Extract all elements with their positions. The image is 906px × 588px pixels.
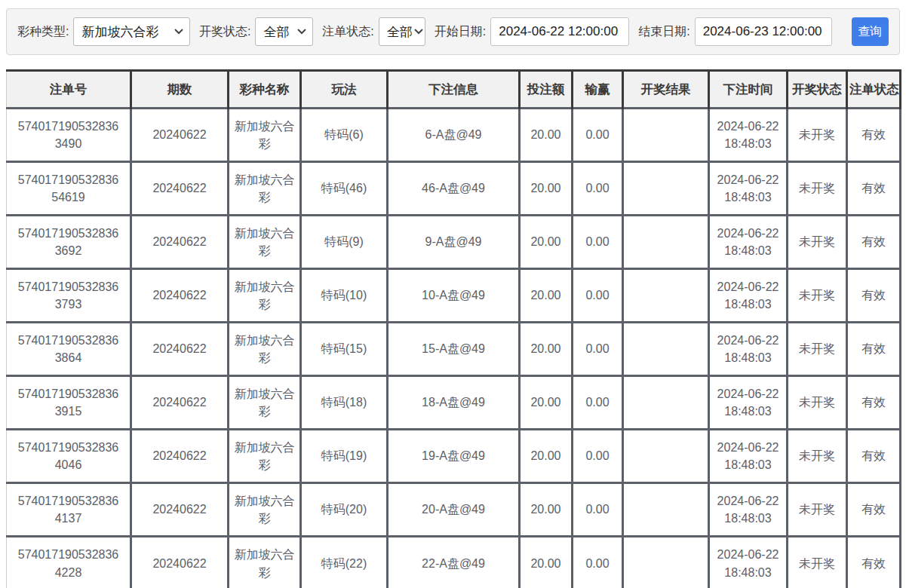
col-header-play-type: 玩法	[301, 71, 388, 109]
cell-draw-status: 未开奖	[788, 323, 847, 376]
cell-bet-info: 46-A盘@49	[388, 162, 520, 216]
cell-lottery-name: 新加坡六合彩	[229, 537, 301, 588]
cell-bet-status: 有效	[847, 216, 901, 269]
table-row: 5740171905328365461920240622新加坡六合彩特码(46)…	[7, 162, 901, 216]
cell-bet-amount: 20.00	[520, 430, 573, 483]
cell-draw-status: 未开奖	[788, 430, 847, 483]
bet-records-table: 注单号 期数 彩种名称 玩法 下注信息 投注额 输赢 开奖结果 下注时间 开奖状…	[6, 69, 901, 588]
cell-lottery-name: 新加坡六合彩	[229, 216, 301, 269]
cell-bet-time: 2024-06-22 18:48:03	[709, 376, 788, 430]
cell-play-type: 特码(18)	[301, 376, 388, 430]
cell-bet-info: 15-A盘@49	[388, 323, 520, 376]
cell-bet-amount: 20.00	[520, 109, 573, 162]
cell-play-type: 特码(10)	[301, 269, 388, 323]
table-row: 574017190532836404620240622新加坡六合彩特码(19)1…	[7, 430, 901, 483]
chevron-down-icon	[414, 29, 423, 35]
col-header-win-loss: 输赢	[573, 71, 623, 109]
table-row: 574017190532836379320240622新加坡六合彩特码(10)1…	[7, 269, 901, 323]
table-row: 574017190532836369220240622新加坡六合彩特码(9)9-…	[7, 216, 901, 269]
cell-bet-status: 有效	[847, 269, 901, 323]
cell-draw-status: 未开奖	[788, 162, 847, 216]
cell-bet-status: 有效	[847, 376, 901, 430]
bet-status-label: 注单状态:	[322, 24, 373, 40]
cell-bet-time: 2024-06-22 18:48:03	[709, 323, 788, 376]
chevron-down-icon	[297, 29, 306, 35]
cell-bet-info: 22-A盘@49	[388, 537, 520, 588]
cell-bet-time: 2024-06-22 18:48:03	[709, 216, 788, 269]
lottery-type-label: 彩种类型:	[17, 24, 69, 40]
lottery-type-select[interactable]: 新加坡六合彩	[73, 17, 190, 46]
cell-lottery-name: 新加坡六合彩	[229, 269, 301, 323]
cell-draw-status: 未开奖	[788, 109, 847, 162]
cell-draw-status: 未开奖	[788, 269, 847, 323]
filter-bar: 彩种类型: 新加坡六合彩 开奖状态: 全部 注单状态: 全部 开始日期: 结束日…	[6, 8, 900, 55]
draw-status-label: 开奖状态:	[199, 24, 250, 40]
bet-status-value: 全部	[387, 23, 413, 41]
cell-draw-result	[623, 483, 709, 537]
cell-lottery-name: 新加坡六合彩	[229, 109, 301, 162]
lottery-type-value: 新加坡六合彩	[81, 23, 158, 41]
cell-bet-id: 5740171905328364137	[7, 483, 131, 537]
table-row: 574017190532836386420240622新加坡六合彩特码(15)1…	[7, 323, 901, 376]
cell-draw-result	[623, 109, 709, 162]
cell-win-loss: 0.00	[573, 376, 623, 430]
start-date-input[interactable]	[490, 17, 629, 46]
cell-bet-time: 2024-06-22 18:48:03	[709, 269, 788, 323]
query-button[interactable]: 查询	[852, 17, 889, 46]
table-row: 574017190532836391520240622新加坡六合彩特码(18)1…	[7, 376, 901, 430]
cell-win-loss: 0.00	[573, 269, 623, 323]
cell-bet-id: 5740171905328363915	[7, 376, 131, 430]
col-header-draw-result: 开奖结果	[623, 71, 709, 109]
header-row: 注单号 期数 彩种名称 玩法 下注信息 投注额 输赢 开奖结果 下注时间 开奖状…	[7, 71, 901, 109]
cell-bet-time: 2024-06-22 18:48:03	[709, 430, 788, 483]
cell-bet-id: 5740171905328363490	[7, 109, 131, 162]
bet-status-select[interactable]: 全部	[379, 17, 425, 46]
col-header-draw-status: 开奖状态	[788, 71, 847, 109]
col-header-bet-status: 注单状态	[847, 71, 901, 109]
cell-win-loss: 0.00	[573, 483, 623, 537]
cell-bet-status: 有效	[847, 109, 901, 162]
cell-win-loss: 0.00	[573, 537, 623, 588]
cell-bet-id: 5740171905328363692	[7, 216, 131, 269]
cell-win-loss: 0.00	[573, 323, 623, 376]
cell-bet-amount: 20.00	[520, 537, 573, 588]
cell-draw-result	[623, 216, 709, 269]
table-row: 574017190532836422820240622新加坡六合彩特码(22)2…	[7, 537, 901, 588]
cell-bet-time: 2024-06-22 18:48:03	[709, 537, 788, 588]
cell-bet-info: 9-A盘@49	[388, 216, 520, 269]
draw-status-value: 全部	[263, 23, 289, 41]
cell-draw-status: 未开奖	[788, 483, 847, 537]
cell-bet-amount: 20.00	[520, 162, 573, 216]
cell-play-type: 特码(9)	[301, 216, 388, 269]
cell-draw-status: 未开奖	[788, 537, 847, 588]
cell-bet-amount: 20.00	[520, 323, 573, 376]
cell-period: 20240622	[131, 430, 229, 483]
col-header-period: 期数	[131, 71, 229, 109]
col-header-bet-amount: 投注额	[520, 71, 573, 109]
cell-period: 20240622	[131, 109, 229, 162]
cell-period: 20240622	[131, 483, 229, 537]
cell-period: 20240622	[131, 162, 229, 216]
cell-draw-result	[623, 537, 709, 588]
col-header-bet-time: 下注时间	[709, 71, 788, 109]
cell-draw-status: 未开奖	[788, 376, 847, 430]
col-header-lottery-name: 彩种名称	[229, 71, 301, 109]
cell-bet-info: 20-A盘@49	[388, 483, 520, 537]
cell-lottery-name: 新加坡六合彩	[229, 323, 301, 376]
end-date-label: 结束日期:	[638, 24, 689, 40]
cell-draw-status: 未开奖	[788, 216, 847, 269]
start-date-label: 开始日期:	[435, 24, 486, 40]
draw-status-select[interactable]: 全部	[255, 17, 313, 46]
cell-bet-status: 有效	[847, 537, 901, 588]
cell-bet-time: 2024-06-22 18:48:03	[709, 109, 788, 162]
cell-bet-status: 有效	[847, 323, 901, 376]
cell-bet-id: 5740171905328364228	[7, 537, 131, 588]
end-date-input[interactable]	[695, 17, 832, 46]
cell-bet-status: 有效	[847, 430, 901, 483]
cell-win-loss: 0.00	[573, 430, 623, 483]
cell-bet-amount: 20.00	[520, 216, 573, 269]
cell-bet-info: 6-A盘@49	[388, 109, 520, 162]
table-row: 574017190532836349020240622新加坡六合彩特码(6)6-…	[7, 109, 901, 162]
table-row: 574017190532836413720240622新加坡六合彩特码(20)2…	[7, 483, 901, 537]
cell-play-type: 特码(20)	[301, 483, 388, 537]
